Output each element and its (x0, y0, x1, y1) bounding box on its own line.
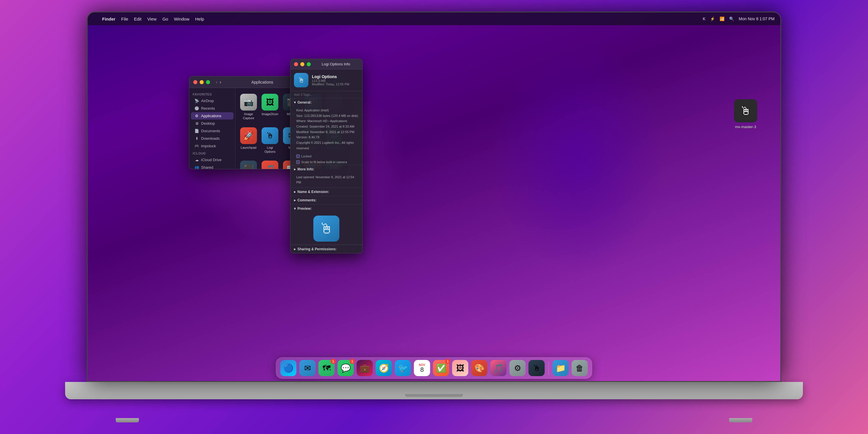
file-item-image2icon[interactable]: 🖼 Image2Icon (260, 91, 279, 123)
sidebar-item-desktop[interactable]: 🖥 Desktop (191, 120, 234, 127)
info-section-general-header[interactable]: ▾ General: (290, 98, 362, 106)
scale-section: Scale to fit below built-in camera (290, 159, 362, 165)
dock-item-maps[interactable]: 🗺 1 (318, 360, 335, 376)
finder-window-title: Applications (224, 80, 301, 85)
dock-item-reminders[interactable]: ✅ 1 (433, 360, 450, 376)
syspreferences-icon: ⚙ (514, 363, 521, 373)
menubar-status-k: K (703, 17, 705, 21)
menubar-app-name[interactable]: Finder (102, 17, 116, 22)
info-tags[interactable]: Add 3 Tags... (290, 91, 362, 98)
pixelmator-icon: 🎨 (474, 363, 484, 373)
name-ext-label: Name & Extension: (298, 190, 329, 194)
info-kind: Kind: Application (Intel) (296, 107, 359, 113)
info-where: Where: Macintosh HD › Applications (296, 118, 359, 124)
dock-item-safari[interactable]: 🧭 (376, 360, 392, 376)
app-name-image-capture: Image Capture (240, 112, 257, 120)
menubar-edit[interactable]: Edit (134, 17, 142, 22)
dock-item-calendar[interactable]: NOV 8 (414, 360, 430, 376)
sidebar-item-shared[interactable]: 👥 Shared (191, 164, 234, 169)
file-item-image-capture[interactable]: 📷 Image Capture (239, 91, 258, 123)
menubar-left: Finder File Edit View Go Window Help (93, 17, 204, 22)
sidebar-item-impoluck[interactable]: 🎮 impoluck (191, 142, 234, 150)
dock-item-folder[interactable]: 📁 (553, 360, 569, 376)
dock-item-music[interactable]: 🎵 (490, 360, 507, 376)
info-app-details: Logi Options 113.3 MB Modified: Today, 1… (312, 74, 349, 86)
sidebar-label-documents: Documents (201, 129, 220, 133)
menubar-file[interactable]: File (121, 17, 128, 22)
macbook-foot-right (729, 418, 752, 423)
info-panel[interactable]: Logi Options Info 🖱 Logi Options 113.3 M… (290, 59, 363, 253)
file-item-music[interactable]: 🎵 Music (260, 158, 279, 169)
dock-item-pixelmator[interactable]: 🎨 (471, 360, 488, 376)
dock-item-finder[interactable]: 🔵 (280, 360, 297, 376)
file-item-logi[interactable]: 🖱 Logi Options (260, 125, 279, 156)
scale-checkbox[interactable] (296, 160, 300, 164)
menubar-right: K ⚡ 📶 🔍 Mon Nov 8 1:07 PM (703, 17, 775, 21)
back-arrow-icon[interactable]: ‹ (216, 80, 217, 85)
reminders-icon: ✅ (436, 363, 446, 373)
chevron-right-name-icon: ▸ (294, 190, 296, 194)
dock-item-messages[interactable]: 💬 1 (338, 360, 354, 376)
dock-item-slack[interactable]: 💼 (357, 360, 373, 376)
info-minimize-button[interactable] (300, 62, 304, 66)
locked-label: Locked (301, 155, 311, 158)
macbook-feet (58, 418, 810, 423)
dock-item-twitter[interactable]: 🐦 (395, 360, 411, 376)
dock-item-photos[interactable]: 🖼 (452, 360, 468, 376)
app-name-launchpad: Launchpad (241, 146, 256, 150)
maximize-button[interactable] (206, 80, 210, 84)
app-icon-launchpad: 🚀 (240, 127, 257, 144)
menubar-window[interactable]: Window (174, 17, 189, 22)
info-close-button[interactable] (294, 62, 298, 66)
applications-icon: ⚙ (194, 114, 199, 118)
menubar-view[interactable]: View (147, 17, 157, 22)
dock-item-mail[interactable]: ✉ (300, 360, 316, 376)
desktop: Finder File Edit View Go Window Help K ⚡… (88, 12, 780, 381)
sidebar-item-airdrop[interactable]: 📡 AirDrop (191, 97, 234, 104)
sharing-permissions-header[interactable]: ▸ Sharing & Permissions: (290, 245, 362, 253)
desktop-icon-mxmaster[interactable]: 🖱 mx-master-3 (734, 99, 757, 129)
sidebar-item-icloud-drive[interactable]: ☁ iCloud Drive (191, 156, 234, 163)
sidebar-label-impoluck: impoluck (201, 144, 216, 148)
sidebar-item-applications[interactable]: ⚙ Applications (191, 112, 234, 120)
info-titlebar: Logi Options Info (290, 59, 362, 69)
file-item-launchpad[interactable]: 🚀 Launchpad (239, 125, 258, 156)
sidebar-label-applications: Applications (201, 114, 221, 118)
sidebar-label-downloads: Downloads (201, 136, 220, 141)
dock-item-trash[interactable]: 🗑 (572, 360, 588, 376)
scale-label: Scale to fit below built-in camera (301, 160, 347, 164)
general-label: General: (298, 100, 312, 104)
close-button[interactable] (193, 80, 197, 84)
sidebar-label-desktop: Desktop (201, 121, 215, 126)
menubar-search-icon[interactable]: 🔍 (729, 17, 734, 21)
maps-dock-icon: 🗺 (322, 363, 331, 373)
sidebar-item-recents[interactable]: 🕐 Recents (191, 105, 234, 112)
sidebar-section-icloud: iCloud (189, 150, 235, 156)
comments-label: Comments: (298, 198, 316, 202)
sidebar-item-documents[interactable]: 📄 Documents (191, 127, 234, 134)
menubar-go[interactable]: Go (162, 17, 168, 22)
info-section-name-header[interactable]: ▸ Name & Extension: (290, 188, 362, 196)
info-modified-full: Modified: November 8, 2021 at 12:55 PM (296, 129, 359, 135)
dock-item-mxmaster[interactable]: 🖱 (529, 360, 545, 376)
menubar-help[interactable]: Help (195, 17, 204, 22)
app-icon-image2icon: 🖼 (261, 94, 278, 111)
sidebar-item-downloads[interactable]: ⬇ Downloads (191, 135, 234, 142)
sidebar-section-favorites: Favorites (189, 91, 235, 97)
info-section-more-header[interactable]: ▸ More Info: (290, 165, 362, 173)
app-icon-mission: ⬛ (240, 161, 257, 169)
photos-icon: 🖼 (456, 363, 464, 373)
icloud-icon: ☁ (194, 158, 199, 162)
minimize-button[interactable] (199, 80, 204, 84)
info-version: Version: 8.40.79 (296, 134, 359, 140)
info-maximize-button[interactable] (307, 62, 311, 66)
locked-checkbox[interactable] (296, 155, 300, 158)
info-section-comments-header[interactable]: ▸ Comments: (290, 196, 362, 204)
locked-section: Locked (290, 153, 362, 159)
info-section-preview-header[interactable]: ▾ Preview: (290, 205, 362, 213)
forward-arrow-icon[interactable]: › (220, 80, 221, 85)
file-item-mission[interactable]: ⬛ Mission Control (239, 158, 258, 169)
finder-sidebar: Favorites 📡 AirDrop 🕐 Recents ⚙ Applicat… (189, 88, 236, 169)
dock-item-syspreferences[interactable]: ⚙ (509, 360, 526, 376)
info-section-general-content: Kind: Application (Intel) Size: 113,283,… (290, 106, 362, 153)
